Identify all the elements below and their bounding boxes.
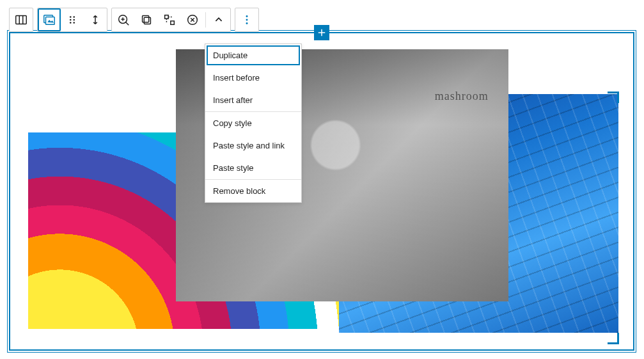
editor-canvas[interactable]: mashroom [9,32,634,351]
block-toolbar [9,8,259,32]
toolbar-group-parent [9,8,33,32]
add-block-button[interactable] [314,25,329,40]
menu-item-insert-before[interactable]: Insert before [205,67,301,89]
toolbar-group-more [235,8,259,32]
svg-point-9 [70,22,72,24]
menu-item-paste-style-link[interactable]: Paste style and link [205,134,301,157]
menu-item-paste-style[interactable]: Paste style [205,157,301,179]
transform-icon [162,13,177,27]
columns-icon [14,13,28,27]
svg-point-7 [70,19,72,21]
transform-button[interactable] [158,8,181,31]
toolbar-group-actions [111,8,231,32]
svg-rect-16 [143,16,149,22]
image-block-button[interactable] [38,8,61,31]
chevron-up-icon [212,13,226,27]
image-text: mashroom [435,90,489,103]
image-icon [42,13,56,27]
svg-point-23 [246,19,248,21]
svg-point-24 [246,22,248,24]
copy-button[interactable] [135,8,158,31]
toolbar-separator [205,12,206,28]
svg-point-22 [246,15,248,17]
svg-line-14 [126,22,129,26]
copy-icon [139,13,153,27]
plus-icon [316,27,327,38]
menu-item-copy-style[interactable]: Copy style [205,112,301,134]
drag-icon [65,13,79,27]
svg-point-8 [73,19,75,21]
svg-point-6 [73,16,75,18]
arrows-v-icon [88,13,102,27]
menu-item-duplicate[interactable]: Duplicate [205,44,301,67]
svg-rect-17 [165,15,169,19]
toolbar-group-block [37,8,107,32]
svg-point-5 [70,16,72,18]
svg-rect-18 [171,21,175,25]
remove-button[interactable] [181,8,204,31]
menu-item-insert-after[interactable]: Insert after [205,89,301,111]
columns-parent-button[interactable] [10,8,33,31]
more-vertical-icon [240,13,254,27]
selection-corner-bottom-right [608,333,619,344]
zoom-in-button[interactable] [112,8,135,31]
svg-point-10 [73,22,75,24]
drag-handle-button[interactable] [61,8,84,31]
move-arrows-button[interactable] [84,8,107,31]
svg-rect-15 [144,17,150,24]
chevron-up-button[interactable] [207,8,230,31]
menu-item-remove-block[interactable]: Remove block [205,180,301,202]
close-circle-icon [185,13,200,27]
zoom-in-icon [116,13,130,27]
svg-rect-0 [16,16,27,24]
more-options-button[interactable] [235,8,258,31]
block-context-menu: Duplicate Insert before Insert after Cop… [205,44,302,203]
